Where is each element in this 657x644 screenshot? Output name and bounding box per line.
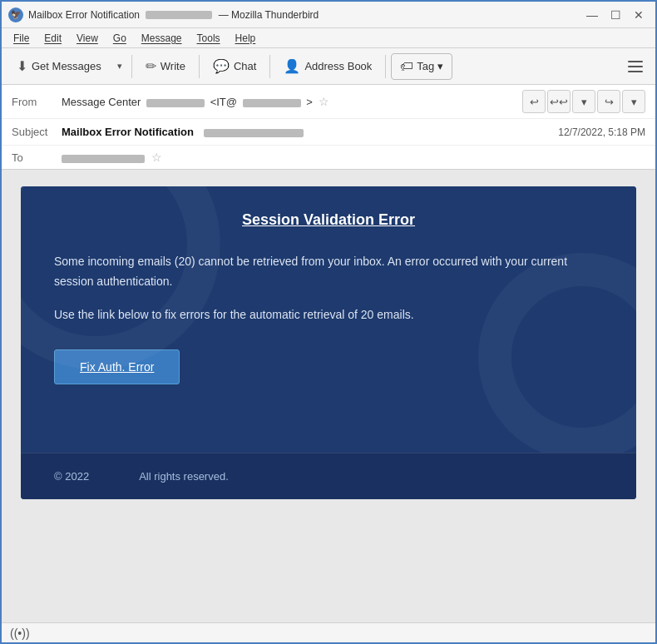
subject-label: Subject [12, 126, 62, 138]
from-sender-name: Message Center [62, 96, 141, 108]
write-button[interactable]: ✏ Write [137, 53, 194, 80]
title-text: Mailbox Error Notification [28, 9, 140, 21]
subject-value: Mailbox Error Notification [62, 126, 558, 138]
subject-text: Mailbox Error Notification [62, 126, 194, 138]
menu-tools[interactable]: Tools [190, 31, 227, 46]
chat-icon: 💬 [213, 58, 230, 74]
email-title: Session Validation Error [54, 211, 603, 229]
email-footer-text: © 2022 All rights reserved. [54, 470, 603, 483]
menu-view[interactable]: View [70, 31, 105, 46]
tag-dropdown-arrow: ▾ [437, 60, 443, 72]
write-icon: ✏ [146, 58, 156, 74]
hamburger-line-2 [628, 66, 643, 67]
subject-row: Subject Mailbox Error Notification 12/7/… [2, 119, 655, 146]
email-body-wrapper: Session Validation Error Some incoming e… [2, 170, 655, 622]
window-title: Mailbox Error Notification — Mozilla Thu… [28, 9, 582, 21]
toolbar-divider-2 [199, 55, 200, 78]
footer-rights: All rights reserved. [139, 470, 229, 483]
to-value: ☆ [62, 151, 162, 164]
get-messages-label: Get Messages [32, 60, 101, 72]
tag-label: Tag [417, 60, 434, 72]
write-label: Write [161, 60, 185, 72]
hamburger-line-3 [628, 71, 643, 72]
app-name: Mozilla Thunderbird [231, 9, 319, 21]
to-star-icon[interactable]: ☆ [151, 151, 162, 164]
email-date: 12/7/2022, 5:18 PM [558, 126, 645, 138]
get-messages-dropdown[interactable]: ▾ [113, 53, 126, 80]
toolbar-divider-3 [269, 55, 270, 78]
nav-down-button[interactable]: ▾ [572, 90, 595, 113]
from-value: Message Center <IT@ > ☆ [62, 95, 522, 108]
menu-file[interactable]: File [7, 31, 36, 46]
window-controls: — ☐ ✕ [582, 5, 649, 25]
from-label: From [12, 96, 62, 108]
email-paragraph-1: Some incoming emails (20) cannot be retr… [54, 252, 603, 292]
menu-help[interactable]: Help [229, 31, 263, 46]
to-label: To [12, 151, 62, 164]
chat-button[interactable]: 💬 Chat [205, 53, 264, 80]
app-icon: 🦅 [8, 7, 23, 22]
maximize-button[interactable]: ☐ [605, 5, 625, 25]
menu-edit[interactable]: Edit [37, 31, 68, 46]
email-main-section: Session Validation Error Some incoming e… [21, 186, 636, 453]
titlebar: 🦅 Mailbox Error Notification — Mozilla T… [2, 2, 655, 28]
forward-button[interactable]: ↪ [597, 90, 620, 113]
address-book-label: Address Book [304, 60, 372, 72]
address-book-icon: 👤 [284, 58, 300, 74]
menu-message[interactable]: Message [135, 31, 189, 46]
email-footer-section: © 2022 All rights reserved. [21, 453, 636, 499]
toolbar-divider-1 [131, 55, 132, 78]
tag-button[interactable]: 🏷 Tag ▾ [391, 53, 452, 80]
minimize-button[interactable]: — [582, 5, 602, 25]
toolbar-divider-4 [385, 55, 386, 78]
more-button[interactable]: ▾ [622, 90, 645, 113]
from-email: <IT@ [210, 96, 237, 108]
fix-auth-error-button[interactable]: Fix Auth. Error [54, 349, 180, 384]
close-button[interactable]: ✕ [629, 5, 649, 25]
address-book-button[interactable]: 👤 Address Book [275, 53, 380, 80]
to-row: To ☆ [2, 146, 655, 169]
statusbar: ((•)) [2, 622, 655, 642]
hamburger-menu-button[interactable] [622, 53, 649, 80]
hamburger-line-1 [628, 61, 643, 62]
reply-button[interactable]: ↩ [522, 90, 546, 113]
email-header: From Message Center <IT@ > ☆ ↩ ↩↩ ▾ ↪ ▾ … [2, 85, 655, 170]
get-messages-icon: ⬇ [17, 58, 27, 74]
menubar: File Edit View Go Message Tools Help [2, 28, 655, 48]
email-content-card: Session Validation Error Some incoming e… [21, 186, 636, 499]
chat-label: Chat [234, 60, 256, 72]
toolbar: ⬇ Get Messages ▾ ✏ Write 💬 Chat 👤 Addres… [2, 48, 655, 85]
tag-icon: 🏷 [400, 59, 413, 74]
from-star-icon[interactable]: ☆ [319, 95, 329, 108]
get-messages-button[interactable]: ⬇ Get Messages [8, 53, 110, 80]
email-paragraph-2: Use the link below to fix errors for the… [54, 305, 603, 325]
from-row: From Message Center <IT@ > ☆ ↩ ↩↩ ▾ ↪ ▾ [2, 85, 655, 119]
main-window: 🦅 Mailbox Error Notification — Mozilla T… [0, 0, 657, 644]
reply-all-button[interactable]: ↩↩ [547, 90, 571, 113]
navigation-buttons: ↩ ↩↩ ▾ ↪ ▾ [522, 90, 645, 113]
menu-go[interactable]: Go [106, 31, 133, 46]
footer-copyright: © 2022 [54, 470, 89, 483]
wifi-icon: ((•)) [10, 627, 30, 640]
